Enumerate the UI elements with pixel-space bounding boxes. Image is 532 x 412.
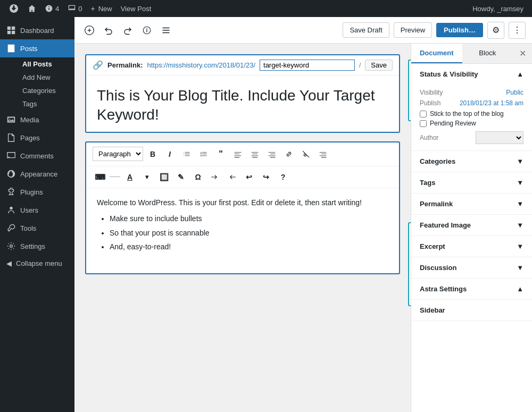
blog-title[interactable]: This is Your Blog Title. Include Your Ta…	[86, 75, 399, 132]
sidebar-item-settings[interactable]: Settings	[0, 237, 74, 255]
rtl-btn[interactable]	[207, 170, 222, 184]
status-section-header[interactable]: Status & Visibility ▲	[411, 64, 532, 85]
omega-btn[interactable]: Ω	[190, 170, 205, 184]
author-select[interactable]	[476, 131, 523, 144]
wp-logo-item[interactable]	[4, 0, 23, 17]
sidebar-item-appearance[interactable]: Appearance	[0, 165, 74, 183]
stick-top-row: Stick to the top of the blog	[420, 110, 523, 117]
status-section-content: Visibility Public Publish 2018/01/23 at …	[411, 85, 532, 150]
new-bar-item[interactable]: + New	[86, 0, 116, 17]
sidebar-item-add-new[interactable]: Add New	[16, 71, 74, 84]
astra-header[interactable]: Astra Settings ▲	[411, 279, 532, 299]
discussion-title: Discussion	[420, 264, 456, 272]
home-icon	[28, 4, 36, 13]
bold-btn[interactable]: B	[145, 147, 160, 162]
admin-bar: 4 0 + New View Post Howdy, _ramsey	[0, 0, 532, 17]
content-intro: Welcome to WordPress. This is your first…	[97, 197, 388, 208]
comments-bar-item[interactable]: 0	[63, 0, 86, 17]
status-chevron-up: ▲	[517, 70, 523, 78]
permalink-slash: /	[359, 62, 361, 69]
panel-close-btn[interactable]: ✕	[513, 44, 532, 63]
permalink-row: 🔗 Permalink: https://misshistory.com/201…	[86, 55, 399, 75]
posts-label: Posts	[20, 45, 38, 53]
tab-document[interactable]: Document	[411, 44, 462, 63]
align-center-btn[interactable]	[247, 147, 262, 162]
italic-btn[interactable]: I	[162, 147, 177, 162]
sidebar-item-pages[interactable]: Pages	[0, 129, 74, 147]
pending-review-checkbox[interactable]	[420, 120, 427, 127]
redo-btn[interactable]	[119, 22, 136, 39]
editor-content[interactable]: Welcome to WordPress. This is your first…	[86, 188, 399, 273]
indent-btn[interactable]	[315, 147, 330, 162]
permalink-save-btn[interactable]: Save	[365, 60, 393, 71]
undo2-btn[interactable]: ↩	[242, 170, 256, 184]
settings-panel-btn[interactable]: ⚙	[487, 22, 504, 39]
text-color-btn[interactable]: A	[122, 170, 137, 184]
list-view-icon	[161, 26, 171, 35]
sidebar-item-all-posts[interactable]: All Posts	[16, 57, 74, 71]
info-btn[interactable]	[138, 22, 155, 39]
all-posts-label: All Posts	[22, 60, 52, 68]
sidebar-item-tags[interactable]: Tags	[16, 97, 74, 111]
preview-btn[interactable]: Preview	[394, 22, 432, 38]
sidebar-item-users[interactable]: Users	[0, 201, 74, 219]
redo2-btn[interactable]: ↪	[259, 170, 273, 184]
updates-bar-item[interactable]: 4	[40, 0, 63, 17]
permalink-slug-input[interactable]	[260, 60, 355, 71]
collapse-menu-btn[interactable]: ◀ Collapse menu	[0, 255, 74, 272]
stick-top-checkbox[interactable]	[420, 111, 427, 117]
sidebar-item-comments[interactable]: Comments	[0, 147, 74, 165]
settings-icon	[6, 241, 16, 251]
tab-block[interactable]: Block	[462, 44, 513, 63]
ltr-btn[interactable]	[225, 170, 239, 184]
svg-rect-1	[12, 27, 15, 30]
format-select[interactable]: Paragraph	[93, 147, 143, 161]
sidebar-item-plugins[interactable]: Plugins	[0, 183, 74, 201]
howdy-item[interactable]: Howdy, _ramsey	[468, 0, 528, 17]
more-options-btn[interactable]: ⋮	[509, 22, 526, 39]
permalink-url: https://misshistory.com/2018/01/23/	[147, 61, 255, 69]
link-btn[interactable]	[281, 147, 296, 162]
publish-date[interactable]: 2018/01/23 at 1:58 am	[460, 99, 523, 107]
sidebar-panel-header[interactable]: Sidebar	[411, 300, 532, 321]
categories-section-header[interactable]: Categories ▼	[411, 151, 532, 172]
sidebar-item-media[interactable]: Media	[0, 111, 74, 129]
featured-image-section: Featured Image ▼	[411, 215, 532, 236]
svg-rect-2	[7, 31, 11, 34]
view-post-bar-item[interactable]: View Post	[117, 0, 156, 17]
excerpt-header[interactable]: Excerpt ▼	[411, 236, 532, 257]
text-style-btn[interactable]: ▾	[139, 170, 154, 184]
list-view-btn[interactable]	[157, 22, 174, 39]
unordered-list-btn[interactable]	[179, 147, 194, 162]
tags-section-header[interactable]: Tags ▼	[411, 172, 532, 193]
home-bar-item[interactable]	[23, 0, 40, 17]
permalink-section-header[interactable]: Permalink ▼	[411, 194, 532, 214]
save-draft-btn[interactable]: Save Draft	[343, 22, 389, 38]
excerpt-chevron: ▼	[517, 242, 523, 250]
add-block-btn[interactable]	[81, 22, 98, 39]
link-icon: 🔗	[93, 60, 103, 70]
keyboard-btn[interactable]: ⌨	[93, 170, 107, 184]
align-right-btn[interactable]	[264, 147, 279, 162]
featured-image-chevron: ▼	[517, 221, 523, 229]
ordered-list-btn[interactable]	[196, 147, 211, 162]
media-label: Media	[20, 116, 39, 124]
undo-btn[interactable]	[100, 22, 117, 39]
visibility-value[interactable]: Public	[506, 89, 523, 96]
discussion-header[interactable]: Discussion ▼	[411, 257, 532, 278]
sidebar-item-dashboard[interactable]: Dashboard	[0, 21, 74, 39]
sidebar-item-categories[interactable]: Categories	[16, 84, 74, 97]
featured-image-header[interactable]: Featured Image ▼	[411, 215, 532, 236]
align-left-btn[interactable]	[230, 147, 245, 162]
help-btn[interactable]: ?	[276, 170, 290, 184]
right-panel: Document Block ✕ Status & Visibility ▲ V	[411, 44, 532, 412]
unlink-btn[interactable]	[298, 147, 313, 162]
sidebar-item-tools[interactable]: Tools	[0, 219, 74, 237]
publish-btn[interactable]: Publish…	[436, 23, 483, 37]
plugins-label: Plugins	[20, 188, 43, 196]
special-char-btn[interactable]: 🔲	[156, 170, 171, 184]
categories-label: Categories	[22, 87, 56, 95]
sidebar-item-posts[interactable]: Posts	[0, 39, 74, 57]
spell-btn[interactable]: ✎	[173, 170, 188, 184]
blockquote-btn[interactable]: "	[213, 147, 228, 162]
